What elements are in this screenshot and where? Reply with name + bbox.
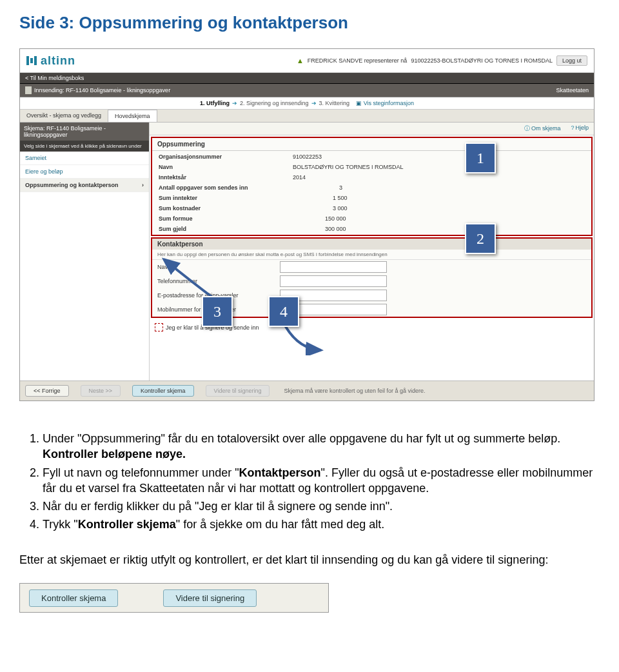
step-1: 1. Utfylling [200, 100, 230, 106]
summary-label: Sum gjeld [153, 224, 286, 233]
chevron-right-icon: › [142, 182, 144, 188]
explain-item-3: Når du er ferdig klikker du på "Jeg er k… [43, 499, 600, 514]
summary-value: 3 000 [288, 204, 590, 213]
callout-2: 2 [465, 223, 496, 254]
field-label: Telefonnummer [157, 278, 280, 284]
step-3: 3. Kvittering [319, 100, 350, 106]
session-title: Innsending: RF-1140 Boligsameie - liknin… [34, 87, 170, 94]
callout-1: 1 [465, 143, 496, 173]
field-label: Navn [157, 264, 280, 270]
document-icon [25, 86, 32, 94]
contact-note: Her kan du oppgi den personen du ønsker … [152, 250, 591, 260]
summary-value: 910022253 [288, 152, 590, 161]
tab-overview[interactable]: Oversikt - skjema og vedlegg [20, 110, 108, 122]
back-bar: < Til Min meldingsboks [20, 73, 594, 84]
altinn-screenshot: altinn ▲ FREDRICK SANDVE representerer n… [19, 48, 594, 401]
topbar: altinn ▲ FREDRICK SANDVE representerer n… [20, 49, 594, 73]
contact-phone-input[interactable] [280, 275, 387, 287]
arrow-icon: ➔ [232, 100, 237, 106]
summary-value: 3 [288, 183, 590, 192]
summary-label: Sum inntekter [153, 193, 286, 203]
about-schema-link[interactable]: ⓘOm skjema [524, 124, 561, 133]
show-step-info-link[interactable]: ▣ Vis steginformasjon [356, 100, 414, 106]
authority: Skatteetaten [556, 87, 589, 94]
explain-item-4: Trykk "Kontroller skjema" for å sjekke o… [43, 517, 600, 532]
form-tabs: Oversikt - skjema og vedlegg Hovedskjema [20, 110, 594, 123]
sidebar-title: Skjema: RF-1140 Boligsameie - likningsop… [20, 123, 149, 141]
step-2: 2. Signering og innsending [240, 100, 309, 106]
summary-label: Antall oppgaver som sendes inn [153, 183, 286, 192]
explain-item-2: Fyll ut navn og telefonnummer under "Kon… [43, 465, 600, 497]
tab-main[interactable]: Hovedskjema [108, 110, 157, 122]
session-tab: Innsending: RF-1140 Boligsameie - liknin… [20, 84, 594, 97]
user-org: 910022253-BOLSTADØYRI OG TORNES I ROMSDA… [411, 57, 553, 64]
summary-panel: Oppsummering Organisasjonsnummer91002225… [151, 137, 593, 236]
next-button[interactable]: Neste >> [81, 385, 121, 397]
altinn-logo: altinn [26, 54, 75, 68]
explanation-list: Under "Oppsummering" får du en totalover… [19, 431, 600, 533]
summary-label: Organisasjonsnummer [153, 152, 286, 161]
sidebar-item-eiere[interactable]: Eiere og beløp [20, 165, 149, 179]
help-link[interactable]: ?Hjelp [571, 124, 589, 133]
sidebar-item-sameiet[interactable]: Sameiet [20, 152, 149, 165]
callout-3: 3 [202, 296, 233, 327]
callout-4: 4 [268, 296, 299, 327]
summary-table: Organisasjonsnummer910022253 NavnBOLSTAD… [152, 151, 591, 235]
step-indicator: 1. Utfylling ➔ 2. Signering og innsendin… [20, 97, 594, 110]
logout-button[interactable]: Logg ut [556, 55, 587, 66]
user-icon: ▲ [297, 57, 304, 64]
contact-name-input[interactable] [280, 261, 387, 273]
main-area: Skjema: RF-1140 Boligsameie - likningsop… [20, 123, 594, 380]
prev-button[interactable]: << Forrige [25, 385, 69, 397]
topbar-user: ▲ FREDRICK SANDVE representerer nå 91002… [297, 55, 587, 66]
sidebar-item-oppsummering[interactable]: Oppsummering og kontaktperson › [20, 179, 149, 192]
summary-title: Oppsummering [152, 138, 591, 151]
arrow-icon: ➔ [311, 100, 317, 106]
user-prefix: FREDRICK SANDVE representerer nå [308, 57, 408, 64]
content: ⓘOm skjema ?Hjelp Oppsummering Organisas… [150, 123, 594, 380]
explain-item-1: Under "Oppsummering" får du en totalover… [43, 431, 600, 462]
summary-value: 1 500 [288, 193, 590, 203]
contact-title: Kontaktperson [152, 239, 591, 250]
summary-value: 2014 [288, 173, 590, 182]
back-link[interactable]: < Til Min meldingsboks [25, 75, 84, 81]
ready-checkbox[interactable] [155, 323, 163, 331]
bottom-bar: << Forrige Neste >> Kontroller skjema Vi… [20, 380, 594, 400]
summary-value: 150 000 [288, 214, 590, 223]
summary-value: BOLSTADØYRI OG TORNES I ROMSDAL [288, 163, 590, 172]
check-schema-button[interactable]: Kontroller skjema [132, 385, 194, 397]
sidebar-desc: Velg side i skjemaet ved å klikke på sid… [20, 141, 149, 152]
footer-buttons-image: Kontroller skjema Videre til signering [19, 583, 329, 613]
summary-label: Inntektsår [153, 173, 286, 182]
post-text: Etter at skjemaet er riktig utfylt og ko… [19, 552, 600, 568]
bottom-note: Skjema må være kontrollert og uten feil … [284, 388, 425, 394]
content-infobar: ⓘOm skjema ?Hjelp [150, 123, 594, 135]
footer-check-button[interactable]: Kontroller skjema [29, 589, 118, 607]
altinn-logo-text: altinn [41, 54, 75, 68]
altinn-logo-icon [26, 56, 37, 65]
summary-label: Sum kostnader [153, 204, 286, 213]
forward-button[interactable]: Videre til signering [206, 385, 270, 397]
page-title: Side 3: Oppsummering og kontaktperson [19, 13, 600, 33]
summary-label: Navn [153, 163, 286, 172]
sidebar: Skjema: RF-1140 Boligsameie - likningsop… [20, 123, 150, 380]
summary-value: 300 000 [288, 224, 590, 233]
footer-forward-button[interactable]: Videre til signering [163, 589, 257, 607]
summary-label: Sum formue [153, 214, 286, 223]
